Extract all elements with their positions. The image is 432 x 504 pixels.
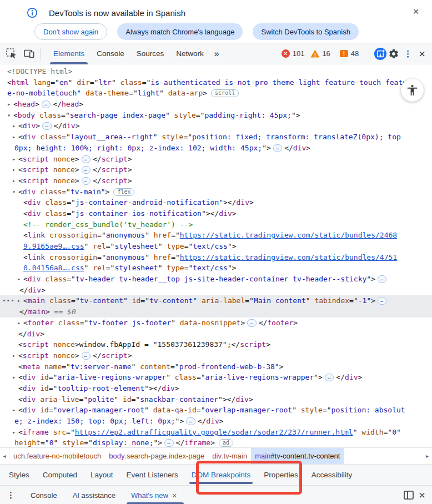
accessibility-fab[interactable] xyxy=(401,79,424,102)
expand-arrow-icon[interactable]: ▾ xyxy=(12,187,16,198)
devtools-close-icon[interactable]: × xyxy=(415,48,426,59)
inline-expand-ellipsis[interactable]: … xyxy=(273,144,282,152)
expand-arrow-icon[interactable]: ▸ xyxy=(7,99,11,110)
dom-tree-line[interactable]: 9.9165ae9….css" rel="stylesheet" type="t… xyxy=(0,241,432,252)
expand-arrow-icon[interactable]: ▸ xyxy=(12,164,16,175)
sidebar-tab-dom-breakpoints[interactable]: DOM Breakpoints xyxy=(192,465,251,486)
breadcrumb-item[interactable]: main#tv-content.tv-content xyxy=(251,448,344,464)
infobar-button[interactable]: Always match Chrome's language xyxy=(117,23,243,40)
inline-expand-ellipsis[interactable]: … xyxy=(247,319,256,327)
attribute-link[interactable]: https://static.tradingview.com/static/bu… xyxy=(180,231,397,239)
dom-tree-line[interactable]: <meta name="tv:server-name" content="pro… xyxy=(0,361,432,372)
drawer-close-icon[interactable]: × xyxy=(415,490,426,501)
devtools-menu-kebab-icon[interactable]: ⋮ xyxy=(400,49,415,59)
dom-tree-line[interactable]: <!-- render_css_bundle('tv_header') --> xyxy=(0,219,432,230)
inline-expand-ellipsis[interactable]: … xyxy=(82,177,91,185)
dom-tree-line[interactable]: <!DOCTYPE html> xyxy=(0,66,432,77)
sidebar-tab-computed[interactable]: Computed xyxy=(43,465,77,486)
expand-arrow-icon[interactable]: ▸ xyxy=(17,317,21,329)
dom-tree-line[interactable]: ▸<iframe src="https://ep2.adtrafficquali… xyxy=(0,427,432,438)
drawer-tab-ai-assistance[interactable]: AI assistance xyxy=(65,486,123,504)
adorner-badge[interactable]: ad xyxy=(219,439,233,447)
breadcrumb-scroll-left-icon[interactable]: ◂ xyxy=(0,448,9,464)
inline-expand-ellipsis[interactable]: … xyxy=(325,374,334,381)
dom-tree-line[interactable]: ▸<head>…</head> xyxy=(0,99,432,110)
dom-tree-line[interactable]: •••▸<main class="tv-content" id="tv-cont… xyxy=(0,295,432,306)
line-actions-dots-icon[interactable]: ••• xyxy=(2,295,15,306)
attribute-link[interactable]: https://static.tradingview.com/static/bu… xyxy=(180,253,397,261)
dom-tree-line[interactable]: ▾<div class="tv-main">flex xyxy=(0,187,432,198)
breadcrumb-item[interactable]: body.search-page.index-page xyxy=(105,448,208,464)
dom-tree-line[interactable]: <div id="tooltip-root-element"></div> xyxy=(0,383,432,394)
more-tabs-icon[interactable]: » xyxy=(210,49,224,59)
dom-tree-line[interactable]: 0px; height: 100%; right: 0px; z-index: … xyxy=(0,143,432,154)
expand-arrow-icon[interactable]: ▸ xyxy=(12,350,16,361)
dom-tree-line[interactable]: <div aria-live="polite" id="snackbar-con… xyxy=(0,394,432,405)
dom-tree-line[interactable]: ▸<script nonce>…</script> xyxy=(0,350,432,361)
inline-expand-ellipsis[interactable]: … xyxy=(42,100,51,108)
dom-tree-line[interactable]: ▸<script nonce>…</script> xyxy=(0,154,432,165)
inspect-element-icon[interactable] xyxy=(4,47,18,61)
dom-tree-line[interactable]: ▸<footer class="tv-footer js-footer" dat… xyxy=(0,317,432,329)
attribute-link[interactable]: 9.9165ae9….css xyxy=(23,242,84,250)
dom-tree-line[interactable]: <div class="js-container-android-notific… xyxy=(0,197,432,208)
dom-tree-line[interactable]: <html lang="en" dir="ltr" class="is-auth… xyxy=(0,77,432,88)
dom-tree-line[interactable]: ▸<script nonce>…</script> xyxy=(0,164,432,175)
dom-tree-line[interactable]: ▸<div class="layout__area--right" style=… xyxy=(0,132,432,143)
expand-arrow-icon[interactable]: ▾ xyxy=(7,110,11,121)
dom-tree-line[interactable]: e-no-mobiletouch" data-theme="light" dat… xyxy=(0,88,432,99)
expand-arrow-icon[interactable]: ▸ xyxy=(12,120,16,132)
sidebar-tab-accessibility[interactable]: Accessibility xyxy=(312,465,353,486)
infobar-button[interactable]: Don't show again xyxy=(34,23,107,40)
expand-arrow-icon[interactable]: ▸ xyxy=(17,274,21,285)
settings-gear-icon[interactable] xyxy=(387,47,400,61)
drawer-menu-kebab-icon[interactable]: ⋮ xyxy=(3,490,18,500)
inline-expand-ellipsis[interactable]: … xyxy=(82,155,91,163)
infobar-button[interactable]: Switch DevTools to Spanish xyxy=(253,23,358,40)
adorner-badge[interactable]: flex xyxy=(113,188,134,196)
console-status[interactable]: × 101 ! 16 ! 48 xyxy=(282,49,363,58)
attribute-link[interactable]: https://ep2.adtrafficquality.google/soda… xyxy=(75,428,353,436)
tab-sources[interactable]: Sources xyxy=(130,43,170,64)
sidebar-tab-styles[interactable]: Styles xyxy=(9,465,29,486)
inline-expand-ellipsis[interactable]: … xyxy=(82,352,91,360)
dom-tree-line[interactable]: 0.04156a8….css" rel="stylesheet" type="t… xyxy=(0,263,432,274)
tab-network[interactable]: Network xyxy=(170,43,210,64)
tab-console[interactable]: Console xyxy=(91,43,130,64)
dom-tree-line[interactable]: ▸<script nonce>…</script> xyxy=(0,175,432,187)
dom-tree-line[interactable]: ▸<div>…</div> xyxy=(0,120,432,132)
breadcrumb-scroll-right-icon[interactable]: ▸ xyxy=(423,448,432,464)
sidebar-tab-layout[interactable]: Layout xyxy=(91,465,113,486)
ai-device-promo-icon[interactable] xyxy=(374,47,387,61)
dom-tree-line[interactable]: <script nonce>window.fbAppId = "15503736… xyxy=(0,339,432,350)
dom-tree-line[interactable]: </div> xyxy=(0,285,432,296)
dom-tree-line[interactable]: ▾<body class="search-page index-page" st… xyxy=(0,110,432,121)
dom-tree-line[interactable]: </main> == $0 xyxy=(0,306,432,317)
dom-tree-line[interactable]: <div class="js-container-ios-notificatio… xyxy=(0,208,432,219)
drawer-tab-what's-new[interactable]: What's new× xyxy=(123,486,185,504)
close-tab-icon[interactable]: × xyxy=(172,491,177,500)
adorner-badge[interactable]: scroll xyxy=(211,89,239,97)
device-toolbar-icon[interactable] xyxy=(22,47,36,61)
expand-arrow-icon[interactable]: ▸ xyxy=(12,154,16,165)
inline-expand-ellipsis[interactable]: … xyxy=(378,275,386,283)
dom-tree-line[interactable]: ▸<div class="tv-header tv-header__top js… xyxy=(0,274,432,285)
expand-arrow-icon[interactable]: ▸ xyxy=(12,175,16,187)
expand-arrow-icon[interactable]: ▸ xyxy=(12,427,16,438)
expand-arrow-icon[interactable]: ▸ xyxy=(12,132,16,143)
drawer-tab-console[interactable]: Console xyxy=(23,486,65,504)
breadcrumb-item[interactable]: uch.feature-no-mobiletouch xyxy=(9,448,105,464)
tab-elements[interactable]: Elements xyxy=(47,43,91,64)
inline-expand-ellipsis[interactable]: … xyxy=(186,417,195,425)
infobar-close-icon[interactable]: × xyxy=(410,6,422,18)
dom-tree-line[interactable]: </div> xyxy=(0,329,432,340)
inline-expand-ellipsis[interactable]: … xyxy=(82,166,91,174)
dom-tree-line[interactable]: ▸<div id="aria-live-regions-wrapper" cla… xyxy=(0,372,432,383)
dock-side-icon[interactable] xyxy=(402,488,415,502)
dom-tree-line[interactable]: e; z-index: 150; top: 0px; left: 0px;">…… xyxy=(0,416,432,427)
sidebar-tab-properties[interactable]: Properties xyxy=(264,465,298,486)
sidebar-tab-event-listeners[interactable]: Event Listeners xyxy=(127,465,178,486)
dom-tree-line[interactable]: ▸<div id="overlap-manager-root" data-qa-… xyxy=(0,405,432,416)
dom-tree-line[interactable]: <link crossorigin="anonymous" href="http… xyxy=(0,230,432,241)
expand-arrow-icon[interactable]: ▸ xyxy=(17,295,21,306)
